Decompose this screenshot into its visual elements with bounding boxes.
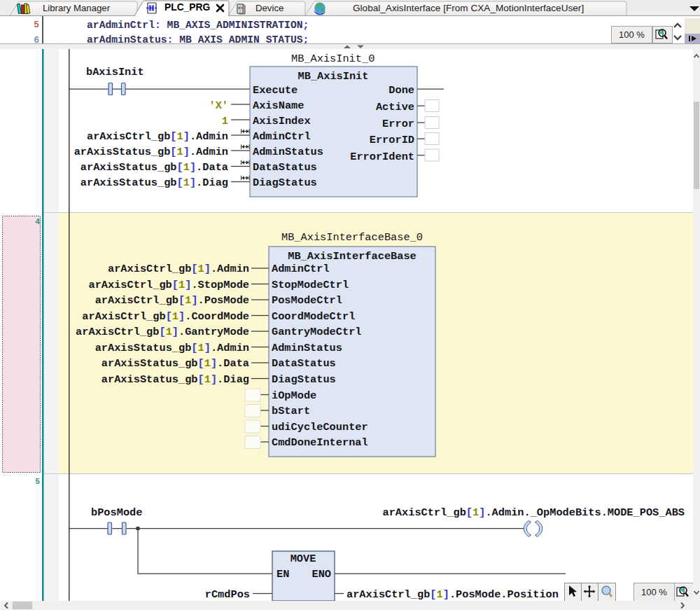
svg-text:DataStatus: DataStatus: [253, 161, 317, 174]
svg-text:arAxisStatus_gb[1].Diag: arAxisStatus_gb[1].Diag: [102, 373, 249, 386]
svg-text:DiagStatus: DiagStatus: [253, 176, 317, 189]
svg-text:4: 4: [36, 217, 41, 226]
svg-text:CoordModeCtrl: CoordModeCtrl: [272, 310, 355, 323]
svg-text:AdminCtrl: AdminCtrl: [253, 130, 311, 143]
svg-text:AdminCtrl: AdminCtrl: [272, 263, 330, 275]
svg-text:arAxisStatus_gb[1].Diag: arAxisStatus_gb[1].Diag: [80, 176, 228, 189]
svg-text:arAxisCtrl_gb[1].CoordMode: arAxisCtrl_gb[1].CoordMode: [82, 310, 249, 323]
svg-text:PosModeCtrl: PosModeCtrl: [272, 294, 342, 307]
svg-text:AdminStatus: AdminStatus: [253, 146, 323, 158]
svg-text:arAxisCtrl_gb[1].Admin._OpMode: arAxisCtrl_gb[1].Admin._OpModeBits.MODE_…: [383, 506, 685, 519]
svg-text:1: 1: [222, 115, 228, 127]
svg-text:Active: Active: [376, 101, 414, 113]
svg-text:DiagStatus: DiagStatus: [272, 373, 336, 386]
svg-text:arAxisStatus_gb[1].Data: arAxisStatus_gb[1].Data: [80, 161, 228, 174]
svg-text:udiCycleCounter: udiCycleCounter: [272, 421, 368, 434]
svg-text:5: 5: [36, 477, 41, 485]
svg-text:StopModeCtrl: StopModeCtrl: [272, 279, 349, 291]
svg-text:bPosMode: bPosMode: [91, 506, 142, 519]
svg-text:AxisIndex: AxisIndex: [253, 115, 311, 127]
svg-text:arAxisCtrl_gb[1].PosMode: arAxisCtrl_gb[1].PosMode: [95, 294, 249, 307]
svg-text:EN: EN: [276, 568, 289, 581]
svg-text:arAxisStatus_gb[1].Admin: arAxisStatus_gb[1].Admin: [74, 146, 228, 158]
svg-text:arAxisStatus_gb[1].Admin: arAxisStatus_gb[1].Admin: [95, 342, 249, 354]
svg-text:Done: Done: [388, 84, 414, 97]
svg-text:GantryModeCtrl: GantryModeCtrl: [272, 326, 362, 338]
svg-text:arAxisCtrl_gb[1].PosMode.Posit: arAxisCtrl_gb[1].PosMode.Position: [346, 588, 559, 601]
svg-text:ErrorIdent: ErrorIdent: [350, 151, 414, 163]
svg-text:bStart: bStart: [272, 405, 310, 417]
svg-text:Error: Error: [382, 118, 414, 130]
svg-text:MB_AxisInterfaceBase_0: MB_AxisInterfaceBase_0: [281, 231, 423, 244]
svg-text:ErrorID: ErrorID: [370, 134, 414, 146]
svg-text:MB_AxisInit_0: MB_AxisInit_0: [291, 53, 374, 65]
svg-text:MB_AxisInterfaceBase: MB_AxisInterfaceBase: [288, 250, 416, 263]
svg-text:AxisName: AxisName: [253, 99, 304, 112]
svg-text:rCmdPos: rCmdPos: [205, 588, 250, 601]
svg-text:arAxisCtrl_gb[1].Admin: arAxisCtrl_gb[1].Admin: [108, 263, 249, 275]
svg-text:'X': 'X': [209, 99, 228, 112]
svg-text:ENO: ENO: [312, 568, 331, 581]
svg-text:AdminStatus: AdminStatus: [272, 342, 342, 354]
svg-text:arAxisCtrl_gb[1].Admin: arAxisCtrl_gb[1].Admin: [87, 130, 228, 143]
svg-text:MB_AxisInit: MB_AxisInit: [298, 70, 369, 83]
svg-text:bAxisInit: bAxisInit: [86, 66, 144, 78]
svg-text:iOpMode: iOpMode: [272, 389, 316, 402]
svg-text:DataStatus: DataStatus: [272, 357, 336, 370]
svg-text:arAxisCtrl_gb[1].GantryMode: arAxisCtrl_gb[1].GantryMode: [76, 326, 249, 338]
svg-text:Execute: Execute: [253, 84, 298, 97]
svg-text:arAxisCtrl_gb[1].StopMode: arAxisCtrl_gb[1].StopMode: [88, 279, 249, 291]
svg-text:MOVE: MOVE: [290, 553, 316, 565]
svg-text:CmdDoneInternal: CmdDoneInternal: [272, 436, 368, 449]
svg-text:arAxisStatus_gb[1].Data: arAxisStatus_gb[1].Data: [102, 357, 249, 370]
